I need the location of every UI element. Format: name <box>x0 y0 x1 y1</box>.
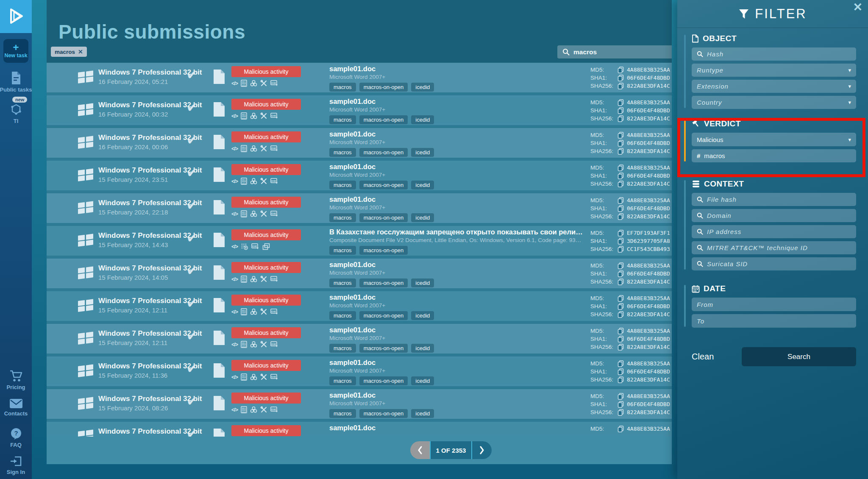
tag-macros-on-open[interactable]: macros-on-open <box>359 246 408 255</box>
verdict-tag-input[interactable]: # macros <box>692 149 856 162</box>
copy-icon[interactable] <box>618 181 627 187</box>
copy-icon[interactable] <box>618 67 627 73</box>
tag-macros-on-open[interactable]: macros-on-open <box>359 181 408 189</box>
copy-icon[interactable] <box>618 107 627 114</box>
table-row[interactable]: Windows 7 Professional 32 bit 16 Februar… <box>47 63 672 92</box>
chip-remove-icon[interactable]: ✕ <box>78 48 83 55</box>
suricata-sid-input[interactable]: Suricata SID <box>692 257 856 270</box>
anyrun-logo[interactable] <box>0 0 32 33</box>
tag-macros-on-open[interactable]: macros-on-open <box>359 311 408 320</box>
table-row[interactable]: Windows 7 Professional 32 bit ✔ Maliciou… <box>47 422 672 437</box>
tag-macros[interactable]: macros <box>329 148 356 157</box>
sidebar-item-signin[interactable]: Sign In <box>0 455 32 475</box>
copy-icon[interactable] <box>618 344 627 351</box>
file-name[interactable]: sample01.doc <box>329 424 584 432</box>
file-name[interactable]: sample01.doc <box>329 130 584 138</box>
copy-icon[interactable] <box>618 409 627 416</box>
table-row[interactable]: Windows 7 Professional 32 bit 15 Februar… <box>47 226 672 256</box>
sidebar-item-ti[interactable]: new TI <box>0 103 32 124</box>
file-name[interactable]: sample01.doc <box>329 65 584 73</box>
tag-macros[interactable]: macros <box>329 83 356 92</box>
ip-address-input[interactable]: IP address <box>692 225 856 238</box>
copy-icon[interactable] <box>618 148 627 155</box>
next-page-button[interactable] <box>472 441 492 459</box>
active-filter-chip[interactable]: macros ✕ <box>51 47 87 57</box>
table-row[interactable]: Windows 7 Professional 32 bit 15 Februar… <box>47 161 672 190</box>
date-to-input[interactable]: To <box>692 314 856 328</box>
copy-icon[interactable] <box>618 328 627 334</box>
file-name[interactable]: sample01.doc <box>329 359 584 367</box>
tag-macros[interactable]: macros <box>329 181 356 189</box>
copy-icon[interactable] <box>618 278 627 285</box>
copy-icon[interactable] <box>618 238 627 245</box>
copy-icon[interactable] <box>618 262 627 269</box>
verdict-select[interactable]: Malicious ▾ <box>692 133 856 146</box>
tag-macros[interactable]: macros <box>329 344 356 353</box>
tag-icedid[interactable]: icedid <box>411 278 434 287</box>
tag-icedid[interactable]: icedid <box>411 213 434 222</box>
new-task-button[interactable]: + New task <box>3 39 28 63</box>
tag-icedid[interactable]: icedid <box>411 148 434 157</box>
tag-icedid[interactable]: icedid <box>411 181 434 189</box>
tag-macros[interactable]: macros <box>329 278 356 287</box>
tag-icedid[interactable]: icedid <box>411 344 434 353</box>
file-name[interactable]: sample01.doc <box>329 261 584 269</box>
search-input[interactable]: macros <box>557 45 672 58</box>
table-row[interactable]: Windows 7 Professional 32 bit 15 Februar… <box>47 259 672 288</box>
table-row[interactable]: Windows 7 Professional 32 bit 15 Februar… <box>47 324 672 354</box>
copy-icon[interactable] <box>618 303 627 310</box>
file-name[interactable]: В Казахстане госслужащим запрещено откры… <box>329 228 584 236</box>
table-row[interactable]: Windows 7 Professional 32 bit 16 Februar… <box>47 128 672 158</box>
prev-page-button[interactable] <box>410 441 430 459</box>
file-hash-input[interactable]: File hash <box>692 193 856 206</box>
tag-icedid[interactable]: icedid <box>411 83 434 92</box>
tag-macros[interactable]: macros <box>329 311 356 320</box>
copy-icon[interactable] <box>618 311 627 318</box>
copy-icon[interactable] <box>618 295 627 302</box>
tag-icedid[interactable]: icedid <box>411 409 434 418</box>
copy-icon[interactable] <box>618 173 627 179</box>
tag-macros[interactable]: macros <box>329 246 356 255</box>
clean-button[interactable]: Clean <box>692 352 714 362</box>
copy-icon[interactable] <box>618 376 627 383</box>
tag-macros-on-open[interactable]: macros-on-open <box>359 115 408 124</box>
copy-icon[interactable] <box>618 360 627 367</box>
tag-macros-on-open[interactable]: macros-on-open <box>359 213 408 222</box>
domain-input[interactable]: Domain <box>692 209 856 222</box>
date-from-input[interactable]: From <box>692 298 856 311</box>
runtype-select[interactable]: Runtype ▾ <box>692 64 856 77</box>
file-name[interactable]: sample01.doc <box>329 391 584 399</box>
copy-icon[interactable] <box>618 230 627 237</box>
tag-macros-on-open[interactable]: macros-on-open <box>359 409 408 418</box>
tag-macros-on-open[interactable]: macros-on-open <box>359 83 408 92</box>
extension-select[interactable]: Extension ▾ <box>692 80 856 93</box>
sidebar-item-public-tasks[interactable]: Public tasks <box>0 71 32 93</box>
close-icon[interactable]: ✕ <box>853 2 862 13</box>
tag-icedid[interactable]: icedid <box>411 115 434 124</box>
copy-icon[interactable] <box>618 213 627 220</box>
tag-macros[interactable]: macros <box>329 115 356 124</box>
tag-macros[interactable]: macros <box>329 409 356 418</box>
tag-macros-on-open[interactable]: macros-on-open <box>359 148 408 157</box>
tag-macros[interactable]: macros <box>329 376 356 385</box>
copy-icon[interactable] <box>618 83 627 89</box>
copy-icon[interactable] <box>618 75 627 81</box>
tag-macros-on-open[interactable]: macros-on-open <box>359 376 408 385</box>
sidebar-item-faq[interactable]: ? FAQ <box>0 427 32 448</box>
table-row[interactable]: Windows 7 Professional 32 bit 15 Februar… <box>47 356 672 386</box>
file-name[interactable]: sample01.doc <box>329 97 584 106</box>
table-row[interactable]: Windows 7 Professional 32 bit 16 Februar… <box>47 95 672 125</box>
file-name[interactable]: sample01.doc <box>329 293 584 301</box>
file-name[interactable]: sample01.doc <box>329 163 584 171</box>
table-row[interactable]: Windows 7 Professional 32 bit 15 Februar… <box>47 193 672 223</box>
file-name[interactable]: sample01.doc <box>329 195 584 203</box>
sidebar-item-contacts[interactable]: Contacts <box>0 398 32 417</box>
copy-icon[interactable] <box>618 132 627 139</box>
copy-icon[interactable] <box>618 401 627 408</box>
tag-macros[interactable]: macros <box>329 213 356 222</box>
copy-icon[interactable] <box>618 393 627 400</box>
table-row[interactable]: Windows 7 Professional 32 bit 15 Februar… <box>47 389 672 419</box>
hash-filter-input[interactable]: Hash <box>692 47 856 61</box>
copy-icon[interactable] <box>618 246 627 253</box>
tag-icedid[interactable]: icedid <box>411 376 434 385</box>
